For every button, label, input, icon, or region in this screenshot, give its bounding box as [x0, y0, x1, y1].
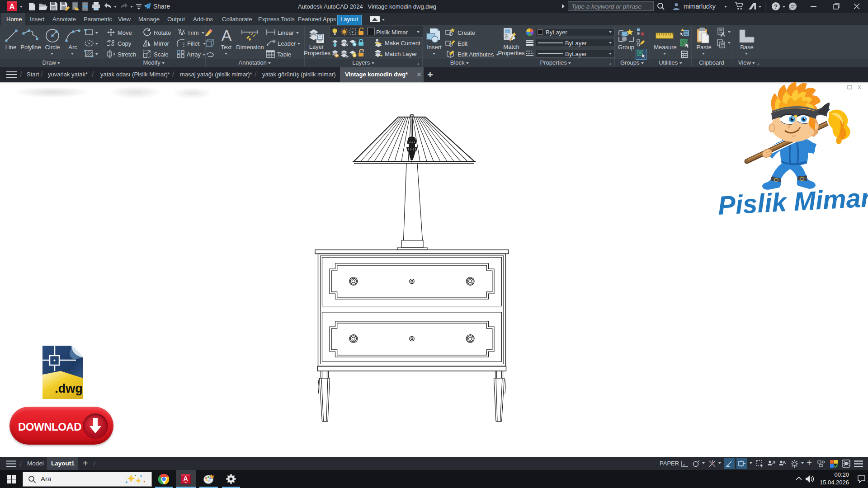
svg-text:A: A — [9, 3, 15, 10]
svg-text:CAD: CAD — [184, 482, 188, 483]
svg-text:.dwg: .dwg — [55, 382, 83, 395]
svg-text:?: ? — [774, 3, 778, 10]
svg-text:A: A — [222, 28, 232, 43]
svg-text:A: A — [183, 475, 188, 482]
